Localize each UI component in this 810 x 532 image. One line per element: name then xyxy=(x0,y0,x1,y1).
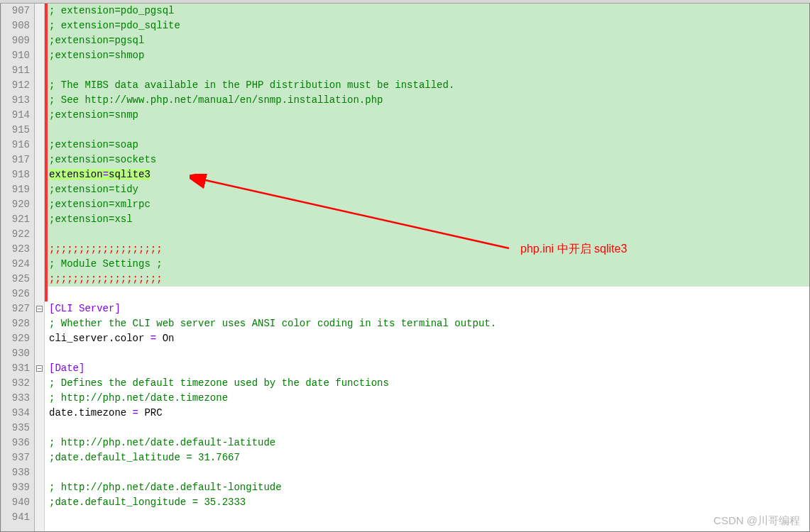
fold-cell xyxy=(35,406,44,421)
fold-cell xyxy=(35,331,44,346)
line-number: 907 xyxy=(2,4,34,18)
line-number: 918 xyxy=(2,167,34,182)
fold-cell xyxy=(35,421,44,436)
fold-cell xyxy=(35,182,44,197)
code-line[interactable]: ;date.default_longitude = 35.2333 xyxy=(48,495,809,510)
code-line[interactable] xyxy=(48,510,809,525)
code-token: extension xyxy=(49,169,103,180)
code-line[interactable] xyxy=(48,123,809,138)
code-line[interactable]: ;date.default_latitude = 31.7667 xyxy=(48,450,809,465)
fold-cell xyxy=(35,301,44,316)
fold-cell xyxy=(35,48,44,63)
fold-cell xyxy=(35,63,44,78)
code-line[interactable]: ;;;;;;;;;;;;;;;;;;; xyxy=(48,242,809,257)
code-line[interactable] xyxy=(48,421,809,436)
line-number: 923 xyxy=(2,242,34,257)
line-number: 912 xyxy=(2,78,34,93)
code-line[interactable]: ; http://php.net/date.default-longitude xyxy=(48,480,809,495)
code-line[interactable]: ; http://php.net/date.timezone xyxy=(48,391,809,406)
fold-cell xyxy=(35,33,44,48)
code-line[interactable]: ;extension=shmop xyxy=(48,48,809,63)
code-token: ; Module Settings ; xyxy=(49,258,163,270)
code-line[interactable]: ;extension=tidy xyxy=(48,182,809,197)
code-token: ;extension=sockets xyxy=(49,154,156,165)
line-number: 922 xyxy=(2,227,34,242)
code-token: ;extension=xsl xyxy=(49,214,133,225)
line-number: 933 xyxy=(2,391,34,406)
code-line[interactable]: ;extension=xmlrpc xyxy=(48,197,809,212)
fold-cell xyxy=(35,436,44,450)
line-number: 911 xyxy=(2,63,34,78)
fold-cell xyxy=(35,138,44,153)
fold-cell xyxy=(35,361,44,376)
fold-cell xyxy=(35,227,44,242)
code-token: date.timezone xyxy=(49,407,126,419)
code-token: ;extension=snmp xyxy=(49,109,138,121)
code-token: ; The MIBS data available in the PHP dis… xyxy=(49,79,454,91)
fold-cell xyxy=(35,316,44,331)
fold-cell xyxy=(35,376,44,391)
code-token: ; http://php.net/date.default-longitude xyxy=(49,482,282,493)
fold-cell xyxy=(35,18,44,33)
fold-toggle-icon[interactable] xyxy=(36,365,43,372)
code-line[interactable] xyxy=(48,63,809,78)
code-line[interactable]: ; Defines the default timezone used by t… xyxy=(48,376,809,391)
fold-cell xyxy=(35,93,44,108)
line-number: 938 xyxy=(2,465,34,480)
line-number: 917 xyxy=(2,153,34,167)
code-line[interactable]: [Date] xyxy=(48,361,809,376)
code-line[interactable]: ; Whether the CLI web server uses ANSI c… xyxy=(48,316,809,331)
code-area[interactable]: php.ini 中开启 sqlite3 ; extension=pdo_pgsq… xyxy=(48,4,809,531)
fold-cell xyxy=(35,272,44,287)
code-token: sqlite3 xyxy=(109,169,150,180)
line-number-gutter: 9079089099109119129139149159169179189199… xyxy=(2,4,35,531)
code-token: ; Defines the default timezone used by t… xyxy=(49,377,389,389)
code-line[interactable]: ; The MIBS data available in the PHP dis… xyxy=(48,78,809,93)
code-line[interactable]: ; extension=pdo_pgsql xyxy=(48,4,809,18)
editor-area[interactable]: 9079089099109119129139149159169179189199… xyxy=(0,4,810,532)
code-line[interactable] xyxy=(48,465,809,480)
code-line[interactable]: [CLI Server] xyxy=(48,301,809,316)
line-number: 937 xyxy=(2,450,34,465)
code-line[interactable]: extension=sqlite3 xyxy=(48,167,809,182)
code-token: ;date.default_longitude = 35.2333 xyxy=(49,497,246,508)
highlighted-text: extension=sqlite3 xyxy=(49,169,150,180)
code-line[interactable]: ;;;;;;;;;;;;;;;;;;; xyxy=(48,272,809,287)
code-line[interactable] xyxy=(48,287,809,301)
code-line[interactable]: ;extension=snmp xyxy=(48,108,809,123)
fold-toggle-icon[interactable] xyxy=(36,306,43,312)
code-line[interactable]: ; extension=pdo_sqlite xyxy=(48,18,809,33)
code-token: ;extension=xmlrpc xyxy=(49,199,150,210)
fold-cell xyxy=(35,123,44,138)
fold-cell xyxy=(35,346,44,361)
fold-cell xyxy=(35,212,44,227)
line-number: 914 xyxy=(2,108,34,123)
code-line[interactable]: ; See http://www.php.net/manual/en/snmp.… xyxy=(48,93,809,108)
code-line[interactable]: ;extension=sockets xyxy=(48,153,809,167)
line-number: 931 xyxy=(2,361,34,376)
code-line[interactable]: ; http://php.net/date.default-latitude xyxy=(48,436,809,450)
code-line[interactable]: cli_server.color = On xyxy=(48,331,809,346)
fold-cell xyxy=(35,167,44,182)
line-number: 934 xyxy=(2,406,34,421)
code-line[interactable]: ;extension=xsl xyxy=(48,212,809,227)
line-number: 929 xyxy=(2,331,34,346)
code-line[interactable] xyxy=(48,227,809,242)
code-token: ; extension=pdo_sqlite xyxy=(49,20,180,31)
code-line[interactable]: date.timezone = PRC xyxy=(48,406,809,421)
code-line[interactable] xyxy=(48,346,809,361)
code-line[interactable]: ; Module Settings ; xyxy=(48,257,809,272)
fold-cell xyxy=(35,4,44,18)
fold-cell xyxy=(35,153,44,167)
line-number: 920 xyxy=(2,197,34,212)
line-number: 924 xyxy=(2,257,34,272)
code-token: PRC xyxy=(144,407,162,419)
line-number: 915 xyxy=(2,123,34,138)
fold-cell xyxy=(35,287,44,301)
code-line[interactable]: ;extension=soap xyxy=(48,138,809,153)
fold-cell xyxy=(35,510,44,525)
code-token: ;;;;;;;;;;;;;;;;;;; xyxy=(49,243,163,255)
line-number: 909 xyxy=(2,33,34,48)
code-line[interactable]: ;extension=pgsql xyxy=(48,33,809,48)
code-token: ; http://php.net/date.timezone xyxy=(49,392,228,404)
